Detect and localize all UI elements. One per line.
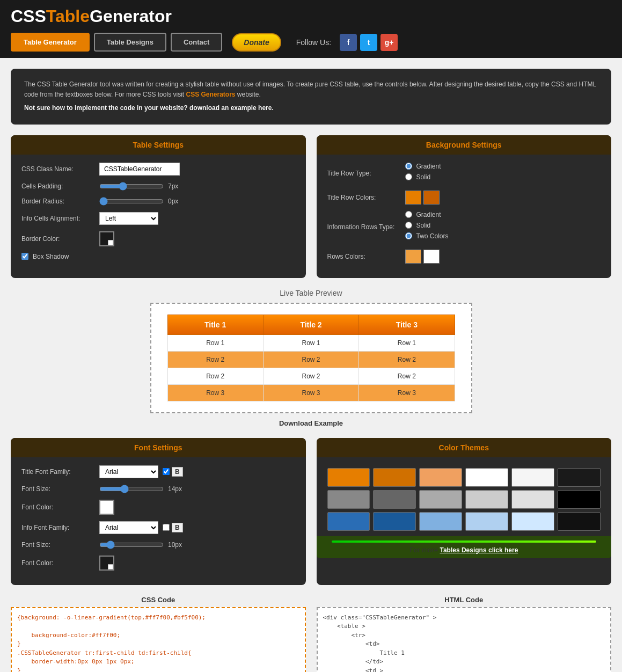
- googleplus-icon[interactable]: g+: [380, 34, 398, 51]
- facebook-icon[interactable]: f: [340, 34, 357, 51]
- theme-swatch-7[interactable]: [327, 490, 370, 509]
- theme-swatch-12[interactable]: [558, 490, 601, 509]
- preview-section: Live Table Preview Title 1 Title 2 Title…: [11, 289, 611, 427]
- title-font-color-label: Font Color:: [21, 503, 99, 511]
- title-font-size-value: 14px: [168, 485, 182, 493]
- download-link[interactable]: Download Example: [11, 419, 611, 427]
- html-code-title: HTML Code: [317, 596, 612, 604]
- donate-button[interactable]: Donate: [232, 33, 281, 52]
- css-code-box[interactable]: {background: -o-linear-gradient(top,#ff7…: [11, 607, 306, 672]
- theme-swatch-8[interactable]: [373, 490, 416, 509]
- theme-swatch-15[interactable]: [419, 512, 462, 531]
- preview-label: Live Table Preview: [11, 289, 611, 297]
- theme-swatch-13[interactable]: [327, 512, 370, 531]
- theme-swatch-16[interactable]: [465, 512, 508, 531]
- info-cells-select[interactable]: Left Center Right: [99, 212, 158, 225]
- css-generators-link[interactable]: CSS Generators: [186, 91, 235, 98]
- theme-swatch-6[interactable]: [558, 468, 601, 487]
- cell: Row 2: [167, 368, 263, 384]
- preview-table: Title 1 Title 2 Title 3 Row 1 Row 1 Row …: [167, 315, 455, 401]
- tab-table-designs[interactable]: Table Designs: [94, 33, 166, 52]
- theme-swatch-11[interactable]: [511, 490, 554, 509]
- cell: Row 3: [167, 384, 263, 401]
- title-font-color-swatch[interactable]: [99, 500, 114, 515]
- title-bold-checkbox[interactable]: [163, 468, 170, 475]
- title-color-swatch-1[interactable]: [405, 191, 421, 204]
- title-row-colors-label: Title Row Colors:: [327, 194, 405, 201]
- info-bold-checkbox[interactable]: [163, 524, 170, 531]
- border-radius-slider[interactable]: [99, 197, 164, 206]
- cell: Row 3: [359, 384, 455, 401]
- logo-table: Table: [46, 6, 90, 26]
- title-font-select[interactable]: Arial Times New Roman Verdana: [99, 465, 158, 478]
- preview-header-row: Title 1 Title 2 Title 3: [167, 315, 455, 334]
- info-gradient-radio[interactable]: [405, 211, 412, 218]
- theme-swatch-1[interactable]: [327, 468, 370, 487]
- font-settings-body: Title Font Family: Arial Times New Roman…: [11, 457, 306, 585]
- info-font-size-row: Font Size: 10px: [21, 540, 295, 549]
- title-font-size-slider[interactable]: [99, 485, 164, 493]
- title-bold-label: B: [172, 467, 183, 477]
- info-solid-radio[interactable]: [405, 222, 412, 229]
- themes-footer-text: For more: [409, 546, 440, 554]
- theme-swatch-14[interactable]: [373, 512, 416, 531]
- theme-swatch-17[interactable]: [511, 512, 554, 531]
- info-twocolors-radio[interactable]: [405, 232, 412, 239]
- css-code-section: CSS Code {background: -o-linear-gradient…: [11, 596, 306, 672]
- border-color-row: Border Color:: [21, 231, 295, 246]
- theme-swatch-5[interactable]: [511, 468, 554, 487]
- rows-color-swatch-1[interactable]: [405, 250, 421, 264]
- font-color-row: Font Settings Title Font Family: Arial T…: [11, 438, 611, 585]
- box-shadow-label: Box Shadow: [33, 253, 69, 260]
- info-font-size-slider[interactable]: [99, 540, 164, 549]
- cell: Row 2: [359, 351, 455, 368]
- table-row: Row 3 Row 3 Row 3: [167, 384, 455, 401]
- table-row: Row 2 Row 2 Row 2: [167, 368, 455, 384]
- theme-swatch-18[interactable]: [558, 512, 601, 531]
- info-font-color-row: Font Color:: [21, 556, 295, 571]
- info-twocolors-row: Two Colors: [405, 232, 449, 240]
- tables-designs-link[interactable]: Tables Designs click here: [440, 546, 518, 554]
- theme-swatch-3[interactable]: [419, 468, 462, 487]
- border-color-label: Border Color:: [21, 235, 99, 243]
- background-settings-panel: Background Settings Title Row Type: Grad…: [317, 135, 612, 278]
- theme-swatch-10[interactable]: [465, 490, 508, 509]
- info-solid-label: Solid: [416, 222, 431, 229]
- theme-swatch-2[interactable]: [373, 468, 416, 487]
- gradient-radio[interactable]: [405, 163, 412, 170]
- box-shadow-row: Box Shadow: [21, 253, 295, 260]
- themes-footer-bar: [332, 540, 597, 543]
- rows-colors-row: Rows Colors:: [327, 250, 601, 264]
- info-font-color-swatch[interactable]: [99, 556, 114, 571]
- solid-radio[interactable]: [405, 173, 412, 180]
- info-box: The CSS Table Generator tool was written…: [11, 69, 611, 125]
- info-gradient-label: Gradient: [416, 211, 441, 218]
- nav: Table Generator Table Designs Contact Do…: [0, 33, 622, 58]
- border-color-swatch[interactable]: [99, 231, 114, 246]
- themes-footer: For more Tables Designs click here: [317, 536, 612, 558]
- html-code-box[interactable]: <div class="CSSTableGenerator" > <table …: [317, 607, 612, 672]
- box-shadow-checkbox[interactable]: [21, 253, 28, 260]
- css-class-row: CSS Class Name:: [21, 163, 295, 176]
- table-row: Row 1 Row 1 Row 1: [167, 334, 455, 351]
- tab-contact[interactable]: Contact: [171, 33, 222, 52]
- theme-swatch-9[interactable]: [419, 490, 462, 509]
- font-settings-panel: Font Settings Title Font Family: Arial T…: [11, 438, 306, 585]
- title-color-swatch-2[interactable]: [423, 191, 440, 204]
- theme-swatch-4[interactable]: [465, 468, 508, 487]
- cells-padding-slider[interactable]: [99, 182, 164, 191]
- info-bold-label: B: [172, 523, 183, 532]
- cells-padding-value: 7px: [168, 182, 178, 190]
- border-radius-row: Border Radius: 0px: [21, 197, 295, 206]
- themes-grid-container: [317, 457, 612, 536]
- social-icons: f t g+: [340, 34, 398, 51]
- solid-label: Solid: [416, 173, 431, 181]
- cell: Row 2: [167, 351, 263, 368]
- info-font-select[interactable]: Arial Times New Roman Verdana: [99, 521, 158, 534]
- css-class-input[interactable]: [99, 163, 180, 176]
- tab-table-generator[interactable]: Table Generator: [11, 33, 90, 52]
- twitter-icon[interactable]: t: [360, 34, 377, 51]
- rows-color-swatch-2[interactable]: [423, 250, 440, 264]
- cell: Row 1: [359, 334, 455, 351]
- cell: Row 1: [167, 334, 263, 351]
